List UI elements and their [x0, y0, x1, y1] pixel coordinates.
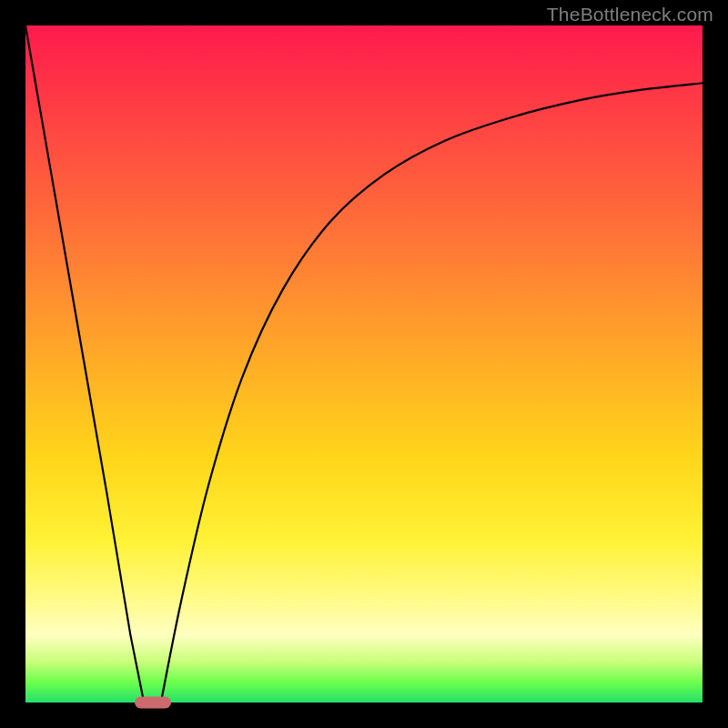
optimum-marker [135, 697, 171, 709]
bottleneck-curve [25, 25, 703, 703]
curve-layer [25, 25, 703, 703]
watermark-text: TheBottleneck.com [547, 4, 713, 25]
plot-area [25, 25, 703, 703]
chart-frame: TheBottleneck.com [0, 0, 728, 728]
